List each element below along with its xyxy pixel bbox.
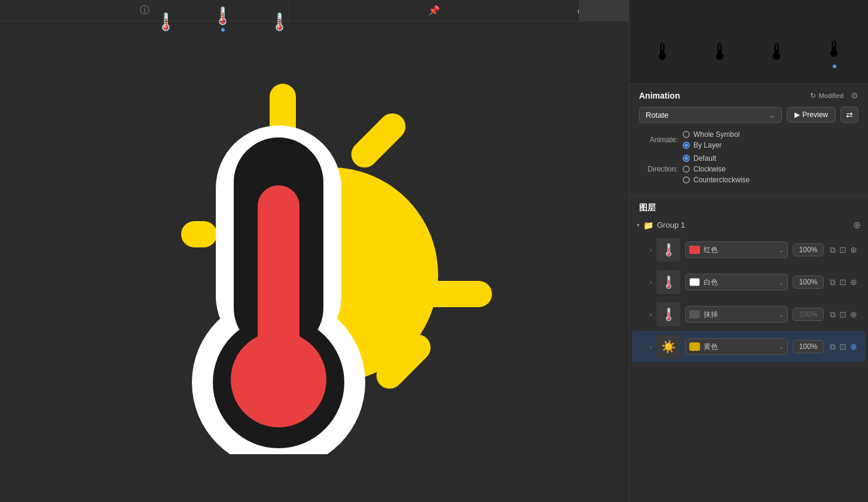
layer-thumb-white: 🌡️ — [656, 270, 680, 294]
play-icon: ▶ — [794, 111, 800, 119]
direction-counterclockwise[interactable]: Counterclockwise — [683, 176, 750, 184]
preview-frame-4[interactable]: 🌡 — [823, 36, 846, 68]
canvas-main — [74, 48, 492, 454]
layer-thumb-yellow: ☀️ — [656, 335, 680, 359]
direction-row: Direction: Default Clockwise Countercloc… — [639, 154, 858, 184]
duplicate-icon-white[interactable]: ⧉ — [829, 276, 837, 289]
layer-actions-red: ⧉ ⊡ ⊕ — [829, 244, 858, 256]
svg-rect-4 — [181, 221, 217, 247]
layers-header: 图层 — [629, 197, 868, 217]
preview-thumb-emoji-3: 🌡 — [766, 39, 788, 65]
layer-item-red[interactable]: › 🌡️ 红色 ⌄ 100% ⧉ ⊡ ⊕ — [632, 234, 866, 265]
swap-button[interactable]: ⇄ — [841, 106, 858, 123]
preview-active-dot — [833, 65, 836, 68]
animate-layer-label: By Layer — [693, 141, 722, 149]
main-svg — [74, 48, 492, 454]
layer-thumb-red: 🌡️ — [656, 238, 680, 262]
animate-label: Animate: — [639, 136, 678, 144]
animate-options: Whole Symbol By Layer — [683, 130, 739, 149]
dropdown-arrow-icon: ⌄ — [769, 111, 775, 120]
layers-icon-white[interactable]: ⊡ — [838, 276, 848, 288]
layer-opacity-red[interactable]: 100% — [793, 243, 824, 256]
preview-frame-3[interactable]: 🌡 — [766, 39, 788, 65]
layer-chevron-red[interactable]: › — [650, 247, 652, 253]
group-chevron-icon[interactable]: ▾ — [637, 222, 640, 228]
layer-color-swatch-white — [689, 278, 700, 286]
group-name: Group 1 — [657, 221, 849, 229]
direction-counterclockwise-radio[interactable] — [683, 176, 690, 183]
animation-header: Animation ↻ Modified ⚙ — [639, 91, 858, 100]
animate-layer-radio[interactable] — [683, 142, 690, 149]
direction-default-radio[interactable] — [683, 155, 690, 162]
dropdown-chevron-white: ⌄ — [779, 279, 784, 286]
layer-thumb-erase: 🌡️ — [656, 302, 680, 326]
layer-color-swatch-yellow — [689, 342, 700, 351]
preview-frame-2[interactable]: 🌡 — [709, 39, 732, 65]
direction-default[interactable]: Default — [683, 154, 750, 163]
layer-color-dropdown-yellow[interactable]: 黄色 ⌄ — [685, 338, 788, 355]
layer-opacity-yellow[interactable]: 100% — [793, 340, 824, 353]
animate-radio-group: Animate: Whole Symbol By Layer — [639, 130, 858, 149]
layers-icon-red[interactable]: ⊡ — [838, 244, 848, 256]
dropdown-chevron-yellow: ⌄ — [779, 344, 784, 350]
active-frame-dot — [221, 28, 225, 32]
preview-button[interactable]: ▶ Preview — [787, 107, 836, 123]
preview-strip: 🌡 🌡 🌡 🌡 — [629, 0, 868, 84]
layer-item-yellow[interactable]: › ☀️ 黄色 ⌄ 100% ⧉ ⊡ ⊕ — [632, 331, 866, 362]
animate-whole-label: Whole Symbol — [693, 130, 739, 139]
direction-default-label: Default — [693, 154, 716, 163]
more-icon-yellow[interactable]: ⊕ — [849, 341, 858, 353]
preview-thumb-emoji-4: 🌡 — [823, 36, 846, 62]
preview-frame-1[interactable]: 🌡 — [652, 39, 674, 65]
settings-icon[interactable]: ⚙ — [851, 91, 858, 100]
layer-opacity-erase[interactable]: 100% — [793, 308, 824, 321]
direction-clockwise[interactable]: Clockwise — [683, 165, 750, 173]
layer-color-dropdown-red[interactable]: 红色 ⌄ — [685, 241, 788, 258]
direction-counterclockwise-label: Counterclockwise — [693, 176, 750, 184]
svg-point-10 — [231, 332, 326, 427]
layer-item-erase[interactable]: › 🌡️ 抹掉 ⌄ 100% ⧉ ⊡ ⊕ — [632, 299, 866, 330]
layer-color-dropdown-white[interactable]: 白色 ⌄ — [685, 274, 788, 290]
layer-item-white[interactable]: › 🌡️ 白色 ⌄ 100% ⧉ ⊡ ⊕ — [632, 267, 866, 298]
dropdown-chevron-red: ⌄ — [779, 247, 784, 253]
animation-title: Animation — [639, 91, 680, 100]
layer-opacity-white[interactable]: 100% — [793, 276, 824, 289]
group-add-icon[interactable]: ⊕ — [853, 219, 861, 231]
layer-color-name-yellow: 黄色 — [704, 342, 775, 352]
right-panel: ⓘ 📌 ▶ 🌡 🌡 🌡 🌡 Animation ↻ — [629, 0, 868, 502]
animate-by-layer[interactable]: By Layer — [683, 141, 739, 149]
more-icon-red[interactable]: ⊕ — [849, 244, 858, 256]
animate-whole-symbol[interactable]: Whole Symbol — [683, 130, 739, 139]
animate-whole-radio[interactable] — [683, 131, 690, 138]
animation-section: Animation ↻ Modified ⚙ Rotate ⌄ ▶ Previe… — [629, 84, 868, 197]
modified-label: ↻ Modified ⚙ — [810, 91, 858, 100]
layer-color-name-red: 红色 — [704, 245, 775, 255]
animation-type-dropdown[interactable]: Rotate ⌄ — [639, 107, 782, 123]
layers-icon-yellow[interactable]: ⊡ — [838, 341, 848, 353]
duplicate-icon-erase[interactable]: ⧉ — [829, 308, 837, 321]
layer-color-swatch-erase — [689, 310, 700, 319]
more-icon-erase[interactable]: ⊕ — [849, 308, 858, 320]
layers-icon-erase[interactable]: ⊡ — [838, 308, 848, 320]
preview-frames-container: 🌡 🌡 🌡 🌡 — [629, 36, 868, 68]
direction-options: Default Clockwise Counterclockwise — [683, 154, 750, 184]
layer-actions-white: ⧉ ⊡ ⊕ — [829, 276, 858, 289]
direction-label: Direction: — [639, 165, 678, 173]
duplicate-icon-yellow[interactable]: ⧉ — [829, 341, 837, 353]
more-icon-white[interactable]: ⊕ — [849, 276, 858, 288]
layer-color-dropdown-erase[interactable]: 抹掉 ⌄ — [685, 306, 788, 323]
direction-clockwise-radio[interactable] — [683, 166, 690, 173]
layers-section: 图层 ▾ 📁 Group 1 ⊕ › 🌡️ 红色 ⌄ 100% ⧉ ⊡ ⊕ — [629, 197, 868, 502]
layer-actions-yellow: ⧉ ⊡ ⊕ — [829, 341, 858, 353]
animate-row: Animate: Whole Symbol By Layer — [639, 130, 858, 149]
layer-color-swatch-red — [689, 246, 700, 254]
refresh-icon: ↻ — [810, 91, 816, 100]
duplicate-icon-red[interactable]: ⧉ — [829, 244, 837, 256]
animation-controls: Rotate ⌄ ▶ Preview ⇄ — [639, 106, 858, 123]
layer-chevron-yellow[interactable]: › — [650, 344, 652, 350]
layer-chevron-white[interactable]: › — [650, 279, 652, 286]
svg-rect-2 — [408, 281, 492, 307]
group-row[interactable]: ▾ 📁 Group 1 ⊕ — [629, 217, 868, 233]
layer-color-name-erase: 抹掉 — [704, 310, 775, 320]
layer-chevron-erase[interactable]: › — [650, 311, 652, 318]
